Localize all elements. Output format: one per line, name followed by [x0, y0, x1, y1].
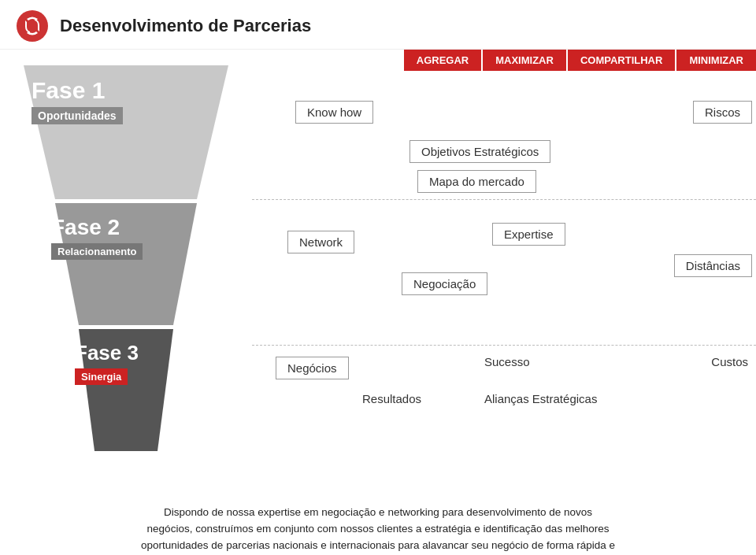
aliancas-label: Alianças Estratégicas	[484, 388, 597, 409]
separator-1	[252, 199, 756, 200]
resultados-box: Resultados	[362, 388, 421, 409]
header: Desenvolvimento de Parcerias	[0, 0, 756, 50]
label-agregar: AGREGAR	[404, 50, 481, 71]
content-items-area: Know how Riscos Objetivos Estratégicos M…	[252, 77, 756, 463]
svg-point-0	[17, 10, 48, 42]
phase2-subtitle: Relacionamento	[51, 243, 143, 260]
mapa-box: Mapa do mercado	[417, 170, 536, 193]
page-title: Desenvolvimento de Parcerias	[60, 16, 311, 36]
separator-2	[252, 345, 756, 346]
logo-icon	[16, 9, 49, 43]
funnel-area: Fase 1 Oportunidades Fase 2 Relacionamen…	[0, 57, 252, 498]
phase2-title: Fase 2	[51, 215, 143, 240]
phase3-label: Fase 3 Sinergia	[75, 341, 139, 385]
objetivos-label: Objetivos Estratégicos	[410, 140, 550, 163]
description-line2: negócios, construímos em conjunto com no…	[147, 523, 610, 535]
network-box: Network	[287, 231, 354, 253]
mapa-label: Mapa do mercado	[417, 170, 536, 193]
phase1-title: Fase 1	[32, 77, 123, 104]
objetivos-box: Objetivos Estratégicos	[410, 140, 550, 163]
distancias-label: Distâncias	[674, 254, 752, 277]
label-compartilhar: COMPARTILHAR	[568, 50, 675, 71]
label-maximizar: MAXIMIZAR	[483, 50, 566, 71]
negociacao-box: Negociação	[402, 272, 487, 295]
top-header-labels: AGREGAR MAXIMIZAR COMPARTILHAR MINIMIZAR	[252, 50, 756, 77]
phase3-title: Fase 3	[75, 341, 139, 365]
app-container: Desenvolvimento de Parcerias Fas	[0, 0, 756, 555]
custos-label: Custos	[711, 351, 748, 372]
phase1-label: Fase 1 Oportunidades	[32, 77, 123, 124]
expertise-label: Expertise	[492, 223, 565, 246]
right-content: AGREGAR MAXIMIZAR COMPARTILHAR MINIMIZAR…	[252, 50, 756, 498]
negocios-box: Negócios	[276, 357, 349, 379]
description-line1: Dispondo de nossa expertise em negociaçã…	[164, 506, 592, 518]
negociacao-label: Negociação	[402, 272, 487, 295]
phase3-subtitle: Sinergia	[75, 368, 128, 385]
riscos-box: Riscos	[693, 101, 752, 124]
sucesso-box: Sucesso	[484, 351, 530, 372]
riscos-label: Riscos	[693, 101, 752, 124]
know-how-box: Know how	[295, 101, 373, 124]
phase2-label: Fase 2 Relacionamento	[51, 215, 143, 260]
distancias-box: Distâncias	[674, 254, 752, 277]
description-line3: oportunidades de parcerias nacionais e i…	[141, 539, 615, 551]
aliancas-box: Alianças Estratégicas	[484, 388, 597, 409]
expertise-box: Expertise	[492, 223, 565, 246]
resultados-label: Resultados	[362, 388, 421, 409]
funnel-labels: Fase 1 Oportunidades Fase 2 Relacionamen…	[0, 57, 252, 475]
negocios-label: Negócios	[276, 357, 349, 379]
network-label: Network	[287, 231, 354, 253]
know-how-label: Know how	[295, 101, 373, 124]
phase1-subtitle: Oportunidades	[32, 107, 123, 124]
main-content: Fase 1 Oportunidades Fase 2 Relacionamen…	[0, 50, 756, 498]
label-minimizar: MINIMIZAR	[676, 50, 756, 71]
description-bar: Dispondo de nossa expertise em negociaçã…	[0, 498, 756, 555]
custos-box: Custos	[711, 351, 748, 372]
sucesso-label: Sucesso	[484, 351, 530, 372]
